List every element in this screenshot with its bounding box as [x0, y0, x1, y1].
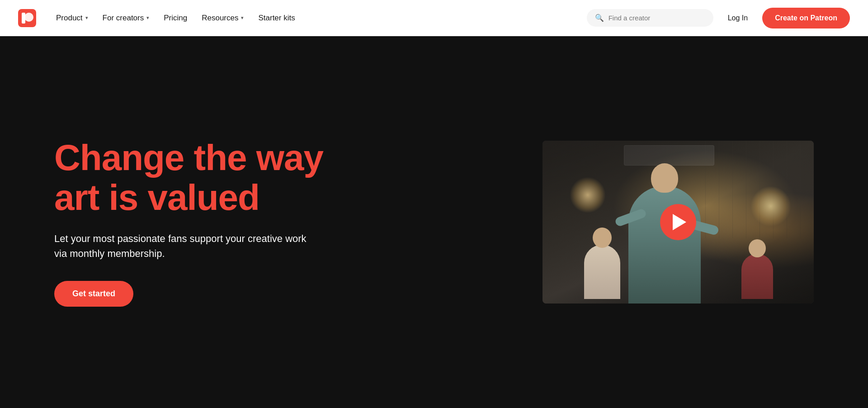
svg-rect-2 [22, 13, 25, 24]
nav-starter-kits[interactable]: Starter kits [258, 14, 295, 23]
search-bar[interactable]: 🔍 [587, 9, 713, 27]
login-button[interactable]: Log In [722, 10, 753, 26]
hero-left: Change the way art is valued Let your mo… [54, 138, 323, 307]
chevron-down-icon: ▾ [241, 15, 244, 21]
nav-product[interactable]: Product ▾ [56, 14, 88, 23]
person-standing-center [628, 186, 701, 304]
svg-point-1 [24, 13, 33, 22]
play-icon [673, 214, 686, 230]
search-input[interactable] [609, 14, 705, 22]
navbar: Product ▾ For creators ▾ Pricing Resourc… [0, 0, 868, 36]
chevron-down-icon: ▾ [85, 15, 88, 21]
hero-subtitle: Let your most passionate fans support yo… [54, 231, 307, 261]
navbar-left: Product ▾ For creators ▾ Pricing Resourc… [18, 9, 295, 27]
person-head [749, 239, 766, 257]
person-head [593, 228, 612, 248]
play-button[interactable] [660, 204, 696, 240]
get-started-button[interactable]: Get started [54, 281, 133, 307]
video-thumbnail[interactable] [542, 141, 814, 304]
nav-for-creators[interactable]: For creators ▾ [103, 14, 150, 23]
hero-title: Change the way art is valued [54, 138, 323, 218]
create-button[interactable]: Create on Patreon [762, 8, 850, 28]
nav-resources[interactable]: Resources ▾ [202, 14, 244, 23]
navbar-right: 🔍 Log In Create on Patreon [587, 8, 850, 28]
hero-right [542, 141, 814, 304]
video-scene [542, 141, 814, 304]
person-sitting-left [584, 245, 620, 299]
person-head [651, 163, 678, 193]
person-sitting-right [741, 254, 773, 299]
patreon-logo[interactable] [18, 9, 36, 27]
search-icon: 🔍 [595, 14, 604, 22]
hero-section: Change the way art is valued Let your mo… [0, 36, 868, 408]
nav-pricing[interactable]: Pricing [164, 14, 187, 23]
chevron-down-icon: ▾ [146, 15, 149, 21]
